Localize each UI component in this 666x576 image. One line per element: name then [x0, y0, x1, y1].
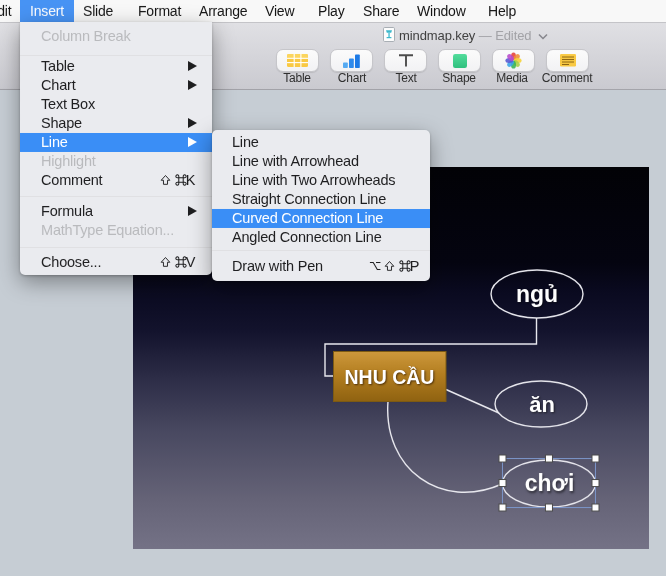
svg-text:NHU CẦU: NHU CẦU [345, 365, 435, 387]
svg-text:chơi: chơi [525, 470, 575, 496]
svg-text:ngủ: ngủ [516, 281, 558, 307]
svg-text:ăn: ăn [529, 392, 555, 417]
